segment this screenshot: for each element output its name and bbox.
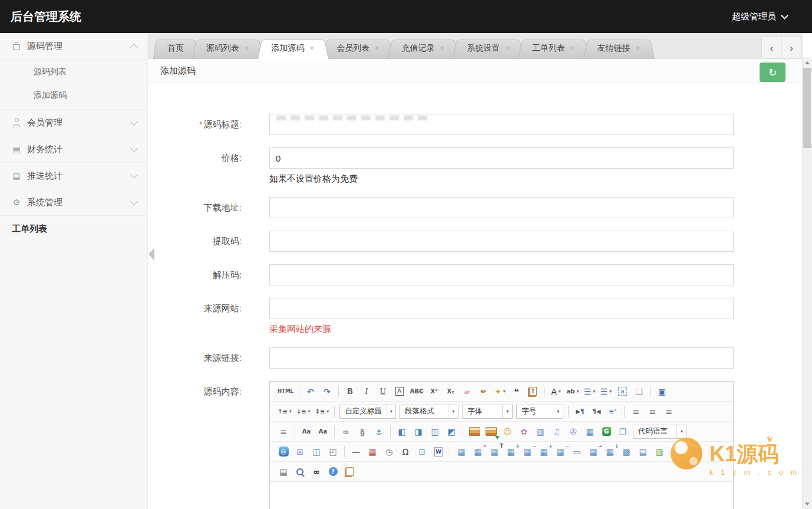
price-input[interactable] [269, 147, 734, 169]
underline-icon[interactable]: U [375, 385, 391, 399]
align-justify-icon[interactable]: ≡ [276, 425, 291, 439]
upload-image-icon[interactable] [483, 425, 499, 439]
download-url-input[interactable] [269, 197, 734, 218]
sidebar-item-push-stats[interactable]: ▤推送统计 [0, 163, 147, 189]
refresh-button[interactable]: ↻ [760, 63, 785, 82]
preview-window-icon[interactable]: ⊡ [414, 445, 430, 459]
delete-row-icon[interactable]: ▦− [520, 445, 535, 459]
insert-table-icon[interactable]: ▦ [454, 445, 469, 459]
tabs-scroll-prev-button[interactable]: ‹ [762, 37, 781, 58]
italic-icon[interactable]: I [359, 385, 374, 399]
align-right-icon[interactable]: ≡ [661, 405, 676, 419]
preview-icon[interactable] [292, 465, 308, 479]
snapshot-icon[interactable]: ▦ [582, 425, 598, 439]
video-icon[interactable]: ▥ [533, 425, 548, 439]
tab-close-icon[interactable]: × [375, 44, 379, 52]
merge-down-icon[interactable]: ▦↓ [602, 445, 618, 459]
tab-system-settings[interactable]: 系统设置× [453, 37, 524, 59]
anchor-icon[interactable]: ⚓ [371, 425, 387, 439]
attachment-icon[interactable]: ✇ [566, 425, 581, 439]
tab-close-icon[interactable]: × [570, 44, 575, 52]
subscript-icon[interactable]: X₂ [443, 385, 458, 399]
redo-icon[interactable]: ↷ [319, 385, 335, 399]
sidebar-collapse-handle[interactable] [148, 248, 154, 261]
template-icon[interactable]: ⊞ [292, 445, 308, 459]
delete-col-icon[interactable]: ▦− [553, 445, 568, 459]
tab-member-list[interactable]: 会员列表× [322, 37, 394, 59]
title-input[interactable] [269, 114, 734, 135]
horizontal-rule-icon[interactable]: — [348, 445, 364, 459]
word-import-icon[interactable]: W [431, 445, 446, 459]
bold-icon[interactable]: B [342, 385, 358, 399]
insert-frame-icon[interactable]: ❐ [615, 425, 631, 439]
undo-icon[interactable]: ↶ [303, 385, 318, 399]
delete-table-icon[interactable]: ▦✕ [470, 445, 486, 459]
new-page-icon[interactable]: ❏ [631, 385, 646, 399]
tab-friend-links[interactable]: 友情链接× [583, 37, 655, 59]
date-icon[interactable]: ▦ [365, 445, 380, 459]
align-center-icon[interactable]: ≡ [645, 405, 660, 419]
merge-cells-icon[interactable]: ▭ [569, 445, 585, 459]
user-menu[interactable]: 超级管理员 [732, 11, 812, 22]
link-icon[interactable]: ∞ [338, 425, 354, 439]
split-cols-icon[interactable]: ▥ [652, 445, 667, 459]
screenshot-icon[interactable]: ◰ [325, 445, 341, 459]
search-replace-icon[interactable]: ∞ [309, 465, 324, 479]
paragraph-format-select[interactable]: 段落格式▾ [400, 405, 458, 419]
tab-source-list[interactable]: 源码列表× [192, 37, 263, 59]
font-family-select[interactable]: 字体▾ [462, 405, 513, 419]
outdent-icon[interactable]: ¶◀ [589, 405, 604, 419]
auto-clean-icon[interactable]: ✦▾ [493, 385, 508, 399]
tab-work-order-list[interactable]: 工单列表× [518, 37, 589, 59]
to-uppercase-icon[interactable]: Aa [299, 425, 314, 439]
tab-recharge-records[interactable]: 充值记录× [388, 37, 459, 59]
font-size-select[interactable]: 字号▾ [516, 405, 563, 419]
unlink-icon[interactable]: § [355, 425, 370, 439]
print-icon[interactable]: ▤ [276, 465, 291, 479]
image-inline-icon[interactable]: ◩ [444, 425, 459, 439]
sidebar-item-member-manage[interactable]: 会员管理 [0, 110, 147, 136]
scrawl-icon[interactable]: ✿ [516, 425, 532, 439]
ordered-list-icon[interactable]: ☰▾ [582, 385, 597, 399]
tab-close-icon[interactable]: × [440, 44, 445, 52]
editor-content-area[interactable] [270, 481, 733, 509]
split-rows-icon[interactable]: ▤ [635, 445, 651, 459]
sidebar-item-work-order-list[interactable]: 工单列表 [0, 216, 147, 242]
scrollbar-up-arrow-icon[interactable] [803, 58, 812, 67]
sidebar-item-system-manage[interactable]: ⚙系统管理 [0, 189, 147, 216]
tab-close-icon[interactable]: × [636, 44, 641, 52]
tab-home[interactable]: 首页 [153, 37, 198, 59]
music-icon[interactable]: ♫ [549, 425, 565, 439]
source-site-input[interactable] [269, 298, 734, 319]
baidu-app-icon[interactable]: ◎ [276, 445, 291, 459]
source-link-input[interactable] [269, 347, 734, 369]
tab-close-icon[interactable]: × [245, 44, 249, 52]
code-language-select[interactable]: 代码语言▾ [633, 425, 687, 439]
image-float-left-icon[interactable]: ◧ [394, 425, 410, 439]
blockquote-icon[interactable]: ❝ [509, 385, 524, 399]
indent-icon[interactable]: ▶¶ [572, 405, 587, 419]
tab-close-icon[interactable]: × [505, 44, 510, 52]
split-cells-icon[interactable]: ▩ [619, 445, 634, 459]
image-float-right-icon[interactable]: ◨ [411, 425, 426, 439]
font-border-icon[interactable]: A [392, 385, 407, 399]
auto-typeset-icon[interactable]: ≡⁺ [605, 405, 620, 419]
merge-right-icon[interactable]: ▦→ [586, 445, 601, 459]
emotion-icon[interactable]: ☺ [500, 425, 515, 439]
map-icon[interactable]: G [599, 425, 614, 439]
tabs-scroll-next-button[interactable]: › [781, 37, 801, 58]
table-title-icon[interactable]: ▦T [487, 445, 502, 459]
time-icon[interactable]: ◷ [381, 445, 397, 459]
sidebar-item-finance-stats[interactable]: ▤财务统计 [0, 136, 147, 163]
highlight-icon[interactable]: ab▾ [565, 385, 581, 399]
fullscreen-icon[interactable]: ▣ [654, 385, 669, 399]
tab-close-icon[interactable]: × [310, 44, 315, 52]
image-center-icon[interactable]: ◫ [427, 425, 443, 439]
strikethrough-icon[interactable]: ABC [408, 385, 425, 399]
sidebar-item-source-manage[interactable]: 源码管理 [0, 33, 147, 60]
paragraph-spacing-bottom-icon[interactable]: ↓≡▾ [295, 405, 312, 419]
line-height-icon[interactable]: ↕≡▾ [313, 405, 331, 419]
help-icon[interactable]: ? [325, 465, 341, 479]
eraser-icon[interactable]: ▰ [460, 385, 475, 399]
sidebar-subitem-source-list[interactable]: 源码列表 [0, 60, 147, 83]
